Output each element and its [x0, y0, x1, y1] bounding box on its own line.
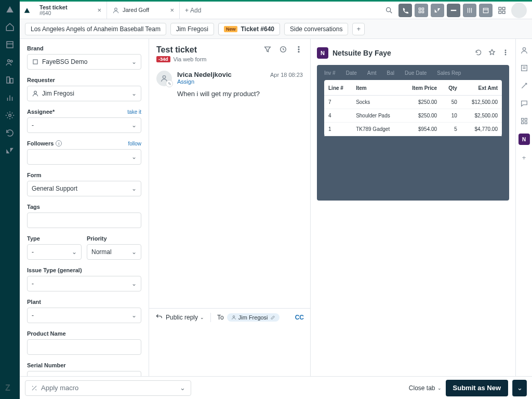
apps-icon[interactable] [495, 4, 509, 17]
search-icon[interactable] [382, 4, 396, 17]
footer: Apply macro ⌄ Close tab ⌄ Submit as New … [20, 376, 532, 399]
priority-select[interactable]: Normal⌄ [87, 244, 141, 260]
add-tab-button[interactable]: + Add [180, 2, 206, 19]
tab-title: Jared Goff [123, 7, 149, 13]
crumb-side-convo[interactable]: Side conversations [284, 23, 348, 35]
followers-select[interactable]: ⌄ [27, 149, 141, 165]
ns-tab[interactable]: Inv # [324, 70, 336, 76]
avatar: ✎ [156, 71, 172, 86]
plant-value: - [32, 312, 34, 319]
dashboard-icon[interactable] [463, 4, 476, 17]
ns-tab[interactable]: Due Date [405, 70, 427, 76]
assignee-select[interactable]: -⌄ [27, 117, 141, 133]
ticket-label: Ticket #640 [241, 25, 274, 33]
crumb-org[interactable]: Los Angeles Angels of Anaheim Baseball T… [25, 23, 166, 35]
views-icon[interactable] [5, 39, 15, 50]
home-icon[interactable] [5, 22, 15, 32]
svg-rect-48 [521, 118, 523, 121]
tab-title: Test ticket [39, 4, 68, 10]
calendar-icon[interactable] [479, 4, 493, 17]
reply-mode-select[interactable]: Public reply ⌄ [166, 314, 204, 321]
cc-button[interactable]: CC [295, 314, 304, 321]
recipient-chip[interactable]: Jim Fregosi [227, 313, 280, 322]
crumb-ticket[interactable]: New Ticket #640 [218, 23, 280, 35]
conversation-panel: Test ticket -34d Via web form [149, 39, 311, 399]
close-tab-label: Close tab [409, 384, 435, 392]
pin-icon[interactable] [488, 49, 496, 58]
customers-icon[interactable] [5, 57, 15, 68]
reporting-icon[interactable] [5, 92, 15, 103]
submit-caret-button[interactable]: ⌄ [512, 380, 527, 396]
chat-icon[interactable] [447, 4, 460, 17]
compose-area[interactable] [149, 326, 310, 382]
add-crumb-button[interactable]: + [352, 23, 365, 35]
add-label: Add [190, 7, 201, 14]
right-rail: N + [515, 39, 532, 399]
reply-bar: Public reply ⌄ To Jim Fregosi CC [149, 308, 310, 326]
take-it-link[interactable]: take it [127, 109, 141, 115]
assign-link[interactable]: Assign [177, 78, 303, 85]
follow-link[interactable]: follow [128, 141, 141, 147]
plant-select[interactable]: -⌄ [27, 308, 141, 323]
svg-point-31 [298, 49, 299, 50]
type-select[interactable]: -⌄ [27, 244, 82, 260]
apps-icon[interactable] [519, 116, 529, 126]
grid-icon[interactable] [415, 4, 428, 17]
followers-label: Followers [27, 140, 54, 147]
events-icon[interactable] [279, 45, 287, 55]
issue-value: - [32, 280, 34, 287]
product-input[interactable] [27, 339, 141, 355]
reload-icon[interactable] [475, 49, 482, 58]
avatar[interactable] [511, 3, 527, 18]
table-row[interactable]: 7Socks$250.0050$12,500.00 [324, 96, 502, 109]
svg-rect-25 [499, 11, 501, 14]
phone-icon[interactable] [398, 4, 412, 17]
table-row[interactable]: 1TK789 Gadget$954.005$4,770.00 [324, 123, 502, 136]
page-title: Test ticket [156, 45, 207, 55]
org-icon[interactable] [5, 75, 15, 85]
filter-icon[interactable] [263, 45, 272, 55]
serial-label: Serial Number [27, 362, 141, 368]
form-select[interactable]: General Support⌄ [27, 181, 141, 196]
zendesk-icon[interactable] [5, 145, 15, 156]
close-icon[interactable]: × [97, 6, 101, 14]
svg-point-2 [8, 60, 10, 62]
logo-icon[interactable] [5, 4, 15, 15]
close-tab-button[interactable]: Close tab ⌄ [409, 384, 442, 392]
plant-label: Plant [27, 299, 141, 305]
requester-select[interactable]: Jim Fregosi⌄ [27, 86, 141, 101]
ns-tab[interactable]: Amt [367, 70, 377, 76]
apply-macro-select[interactable]: Apply macro ⌄ [25, 380, 191, 396]
ns-tab[interactable]: Sales Rep [437, 70, 461, 76]
crumb-user[interactable]: Jim Fregosi [170, 23, 214, 35]
more-icon[interactable] [502, 49, 509, 58]
user-icon[interactable] [519, 45, 529, 56]
tab-home-icon[interactable] [20, 2, 34, 19]
tags-input[interactable] [27, 212, 141, 228]
reply-mode-icon [155, 313, 163, 322]
refresh-icon[interactable] [5, 128, 15, 138]
tab-user[interactable]: Jared Goff × [107, 2, 180, 19]
knowledge-icon[interactable] [519, 63, 529, 73]
svg-rect-21 [483, 8, 488, 12]
add-app-icon[interactable]: + [519, 152, 529, 163]
explore-icon[interactable] [431, 4, 444, 17]
svg-point-9 [9, 114, 11, 117]
ns-tab[interactable]: Bal [387, 70, 394, 76]
close-icon[interactable]: × [170, 6, 174, 14]
reply-mode-label: Public reply [166, 314, 198, 321]
wand-icon[interactable] [519, 81, 529, 91]
netsuite-app-icon[interactable]: N [518, 134, 530, 145]
more-icon[interactable] [295, 45, 303, 55]
svg-rect-50 [521, 122, 523, 124]
chat-icon[interactable] [519, 98, 529, 109]
table-row[interactable]: 4Shoulder Pads$250.0010$2,500.00 [324, 109, 502, 123]
tab-ticket[interactable]: Test ticket #640 × [34, 2, 107, 19]
admin-icon[interactable] [5, 110, 15, 121]
brand-select[interactable]: FayeBSG Demo⌄ [27, 54, 141, 70]
issue-select[interactable]: -⌄ [27, 276, 141, 291]
submit-button[interactable]: Submit as New [446, 380, 508, 396]
assignee-value: - [32, 122, 34, 129]
ns-tab[interactable]: Date [346, 70, 357, 76]
svg-rect-16 [422, 11, 424, 13]
